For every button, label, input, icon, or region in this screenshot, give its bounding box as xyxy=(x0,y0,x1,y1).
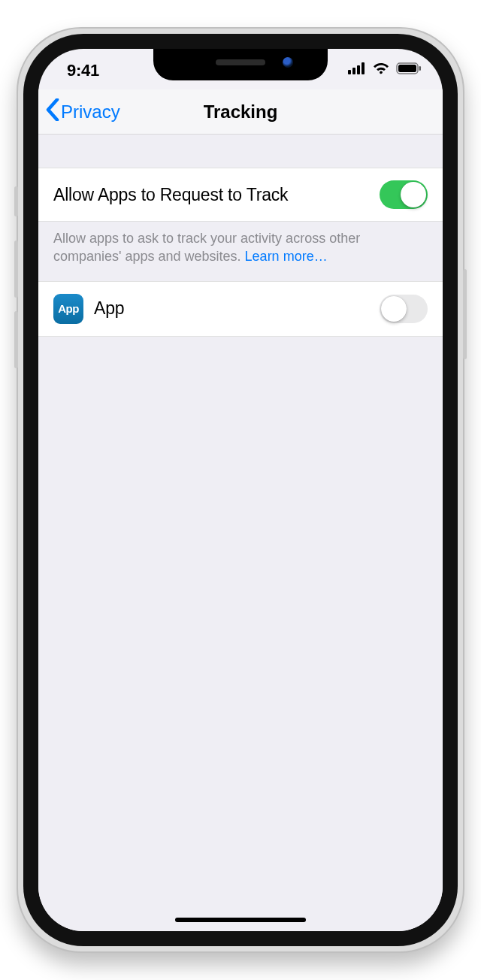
svg-rect-3 xyxy=(362,62,365,74)
ring-silent-switch xyxy=(14,186,18,216)
cellular-signal-icon xyxy=(348,62,366,74)
home-indicator[interactable] xyxy=(175,918,306,922)
phone-frame: 9:41 xyxy=(17,27,464,953)
allow-apps-title: Allow Apps to Request to Track xyxy=(53,185,380,205)
allow-apps-toggle[interactable] xyxy=(380,180,428,209)
wifi-icon xyxy=(372,62,390,74)
battery-icon xyxy=(396,62,422,74)
svg-rect-2 xyxy=(357,65,360,74)
app-tracking-row: App App xyxy=(38,281,443,337)
screen: 9:41 xyxy=(38,49,443,931)
svg-rect-1 xyxy=(352,68,355,74)
svg-rect-5 xyxy=(398,65,416,72)
allow-apps-to-request-row: Allow Apps to Request to Track xyxy=(38,168,443,222)
side-power-button xyxy=(463,269,467,359)
status-bar: 9:41 xyxy=(38,49,443,89)
app-tracking-toggle[interactable] xyxy=(380,295,428,323)
svg-rect-0 xyxy=(348,70,351,74)
page-title: Tracking xyxy=(38,89,443,134)
settings-content: Allow Apps to Request to Track Allow app… xyxy=(38,135,443,931)
svg-rect-6 xyxy=(419,66,422,71)
app-name-label: App xyxy=(94,298,380,319)
volume-up-button xyxy=(14,240,18,298)
navigation-bar: Privacy Tracking xyxy=(38,89,443,135)
learn-more-link[interactable]: Learn more… xyxy=(245,249,328,264)
section-footer: Allow apps to ask to track your activity… xyxy=(38,222,443,281)
status-time: 9:41 xyxy=(67,61,99,80)
volume-down-button xyxy=(14,311,18,368)
app-icon: App xyxy=(53,294,83,324)
